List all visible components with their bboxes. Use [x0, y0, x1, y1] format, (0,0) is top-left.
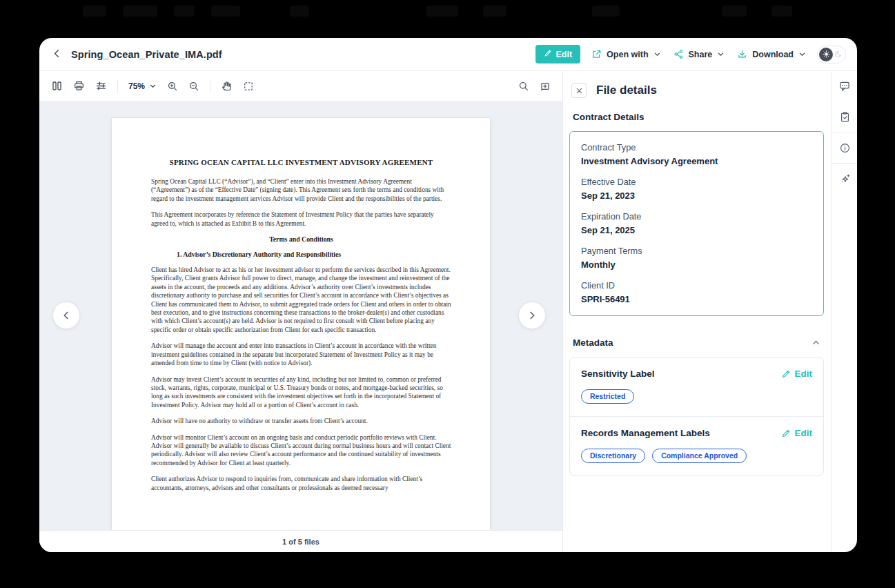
panel-title: File details: [596, 84, 657, 97]
search-icon: [518, 81, 529, 92]
document-paragraph: Advisor may invest Client’s account in s…: [151, 375, 451, 410]
contract-field: Expiration Date Sep 21, 2025: [581, 211, 812, 235]
open-with-icon: [591, 49, 602, 59]
comment-icon: [838, 80, 851, 92]
thumbnails-icon: [51, 80, 63, 92]
contract-field: Client ID SPRI-56491: [581, 280, 812, 304]
document-canvas[interactable]: SPRING OCEAN CAPITAL LLC INVESTMENT ADVI…: [39, 101, 562, 530]
theme-toggle[interactable]: [817, 46, 846, 63]
view-settings-button[interactable]: [95, 80, 107, 92]
annotation-icon: [540, 81, 551, 92]
print-button[interactable]: [73, 80, 85, 92]
file-counter: 1 of 5 files: [39, 530, 562, 552]
search-button[interactable]: [518, 81, 529, 92]
viewer-toolbar: 75%: [39, 71, 562, 101]
label-pill: Discretionary: [581, 449, 645, 463]
moon-icon: [834, 50, 843, 61]
chevron-left-icon: [61, 310, 72, 321]
pan-tool-button[interactable]: [221, 80, 233, 92]
document-paragraph: Advisor will monitor Client’s account on…: [151, 433, 451, 468]
pencil-icon: [781, 429, 791, 438]
field-value: Sep 21, 2023: [581, 190, 812, 201]
metadata-section: Records Management Labels Edit Discretio…: [570, 417, 823, 476]
ai-sparkle-tab-button[interactable]: [836, 170, 854, 188]
marquee-icon: [243, 81, 254, 92]
comments-tab-button[interactable]: [836, 77, 854, 95]
document-paragraph: Spring Ocean Capital LLC (“Advisor”), an…: [151, 177, 451, 203]
field-label: Client ID: [581, 280, 812, 291]
document-paragraph: Client authorizes Advisor to respond to …: [151, 475, 451, 492]
info-tab-button[interactable]: [836, 139, 854, 157]
contract-field: Contract Type Investment Advisory Agreem…: [581, 142, 812, 166]
chevron-up-icon: [812, 338, 820, 347]
metadata-card: Sensitivity Label Edit Restricted Record…: [569, 357, 824, 476]
share-button[interactable]: Share: [672, 46, 727, 62]
share-icon: [673, 49, 684, 59]
contract-field: Payment Terms Monthly: [581, 246, 812, 270]
edit-records-labels-button[interactable]: Edit: [781, 428, 813, 438]
header-bar: Spring_Ocean_Private_IMA.pdf Edit Open w…: [39, 38, 857, 71]
next-file-button[interactable]: [518, 302, 546, 329]
zoom-level-select[interactable]: 75%: [128, 81, 157, 91]
field-label: Effective Date: [581, 177, 812, 187]
chevron-down-icon: [149, 82, 157, 90]
close-panel-button[interactable]: [571, 83, 587, 98]
pencil-icon: [781, 369, 791, 379]
page-thumbnails-button[interactable]: [51, 80, 63, 92]
chevron-right-icon: [527, 310, 538, 321]
contract-details-card: Contract Type Investment Advisory Agreem…: [569, 131, 824, 316]
previous-file-button[interactable]: [52, 302, 80, 329]
zoom-out-icon: [188, 81, 199, 92]
label-pill: Compliance Approved: [652, 449, 747, 463]
document-title: SPRING OCEAN CAPITAL LLC INVESTMENT ADVI…: [151, 158, 451, 166]
divider: [210, 79, 210, 93]
document-paragraph: This Agreement incorporates by reference…: [151, 210, 451, 228]
chevron-left-icon: [52, 48, 62, 61]
hand-icon: [221, 80, 233, 92]
back-button[interactable]: [52, 48, 62, 61]
download-button[interactable]: Download: [736, 46, 807, 62]
sliders-icon: [95, 80, 107, 92]
file-details-panel: File details Contract Details Contract T…: [562, 71, 832, 552]
metadata-section-title: Records Management Labels: [581, 428, 710, 438]
zoom-out-button[interactable]: [188, 81, 199, 92]
field-value: Investment Advisory Agreement: [581, 156, 812, 166]
field-value: Monthly: [581, 259, 812, 270]
chevron-down-icon: [717, 50, 725, 58]
tasks-tab-button[interactable]: [836, 108, 854, 126]
marquee-select-button[interactable]: [243, 81, 254, 92]
document-paragraph: Advisor will have no authority to withdr…: [151, 417, 451, 425]
field-value: SPRI-56491: [581, 294, 812, 304]
document-viewer: 75%: [39, 71, 562, 552]
file-title: Spring_Ocean_Private_IMA.pdf: [71, 49, 222, 60]
clipboard-check-icon: [839, 111, 851, 123]
field-label: Payment Terms: [581, 246, 812, 256]
zoom-in-button[interactable]: [167, 81, 178, 92]
field-label: Expiration Date: [581, 211, 812, 222]
field-label: Contract Type: [581, 142, 812, 153]
open-with-button[interactable]: Open with: [590, 46, 662, 62]
document-clause-heading: 1. Advisor’s Discretionary Authority and…: [151, 251, 451, 258]
collapse-metadata-button[interactable]: [812, 338, 820, 347]
pencil-icon: [544, 49, 552, 59]
document-paragraph: Advisor will manage the account and ente…: [151, 342, 451, 367]
edit-sensitivity-label-button[interactable]: Edit: [781, 369, 813, 379]
metadata-section-title: Sensitivity Label: [581, 369, 655, 379]
download-icon: [737, 49, 747, 59]
metadata-section: Sensitivity Label Edit Restricted: [570, 357, 823, 416]
edit-button[interactable]: Edit: [535, 45, 581, 63]
info-icon: [839, 142, 851, 154]
metadata-heading: Metadata: [573, 337, 613, 348]
chevron-down-icon: [653, 50, 661, 58]
sun-icon: [819, 48, 833, 61]
zoom-in-icon: [167, 81, 178, 92]
preview-window: Spring_Ocean_Private_IMA.pdf Edit Open w…: [39, 38, 857, 552]
chevron-down-icon: [798, 50, 806, 58]
contract-field: Effective Date Sep 21, 2023: [581, 177, 812, 201]
annotate-button[interactable]: [540, 81, 551, 92]
label-pill: Restricted: [581, 389, 634, 404]
contract-details-heading: Contract Details: [573, 112, 822, 122]
field-value: Sep 21, 2025: [581, 225, 812, 235]
pdf-page: SPRING OCEAN CAPITAL LLC INVESTMENT ADVI…: [112, 118, 490, 530]
document-section-heading: Terms and Conditions: [151, 235, 451, 243]
